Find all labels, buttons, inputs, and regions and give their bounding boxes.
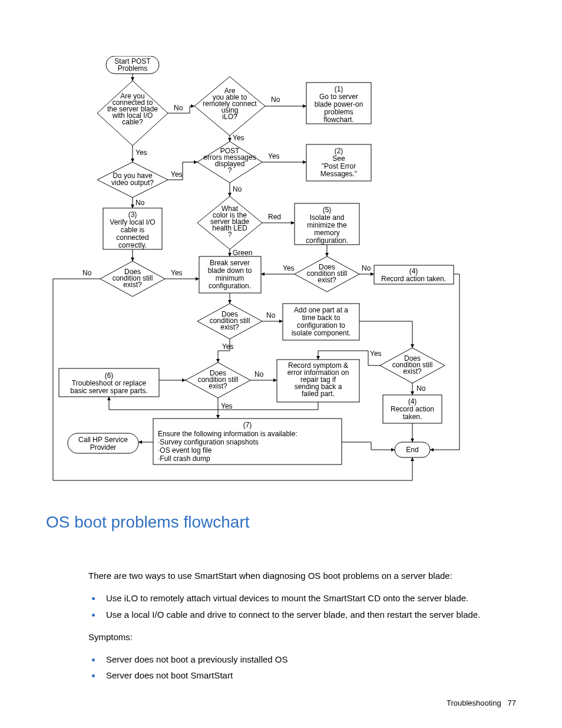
svg-text:Troubleshoot or replace: Troubleshoot or replace xyxy=(72,379,147,387)
svg-text:Yes: Yes xyxy=(268,152,280,160)
svg-text:No: No xyxy=(271,95,280,104)
node-p7: (7) Ensure the following information is … xyxy=(153,419,342,465)
node-p3: (3) Verify local I/O cable is connected … xyxy=(103,208,162,249)
symptom-item: Server does not boot a previously instal… xyxy=(101,653,513,666)
node-p5: (5) Isolate and minimize the memory conf… xyxy=(295,203,359,245)
svg-text:No: No xyxy=(416,384,426,393)
svg-text:Record action: Record action xyxy=(391,405,434,413)
svg-text:"Post Error: "Post Error xyxy=(322,162,356,170)
node-d10: Does condition still exist? xyxy=(380,348,445,383)
svg-text:connected: connected xyxy=(116,233,148,242)
symptom-item: Server does not boot SmartStart xyxy=(101,668,513,682)
svg-text:No: No xyxy=(233,185,242,193)
svg-text:time back to: time back to xyxy=(302,314,340,322)
svg-text:Isolate and: Isolate and xyxy=(310,213,345,222)
svg-text:(6): (6) xyxy=(105,371,114,380)
svg-text:?: ? xyxy=(228,166,232,174)
svg-text:(4): (4) xyxy=(409,267,418,275)
svg-text:Break server: Break server xyxy=(210,259,250,267)
node-d3: Do you have video output? xyxy=(97,162,168,197)
svg-text:cable?: cable? xyxy=(122,118,143,126)
svg-text:Ensure the following informati: Ensure the following information is avai… xyxy=(158,430,297,438)
svg-text:(5): (5) xyxy=(323,206,332,214)
svg-text:No: No xyxy=(174,104,183,112)
svg-text:?: ? xyxy=(228,230,232,239)
svg-text:End: End xyxy=(406,446,418,454)
footer-page: 77 xyxy=(508,699,516,707)
svg-text:isolate component.: isolate component. xyxy=(292,329,351,337)
node-d4: POST errors messages displayed ? xyxy=(197,141,262,183)
svg-text:See: See xyxy=(332,154,345,163)
svg-text:(2): (2) xyxy=(335,147,343,155)
svg-text:correctly.: correctly. xyxy=(118,241,147,249)
svg-text:No: No xyxy=(82,269,92,277)
svg-text:Yes: Yes xyxy=(370,350,382,358)
svg-text:Go to server: Go to server xyxy=(319,93,358,101)
node-d7: Does condition still exist? xyxy=(295,256,359,292)
svg-text:·OS event log file: ·OS event log file xyxy=(158,446,212,454)
svg-text:exist?: exist? xyxy=(318,276,336,284)
svg-text:Provider: Provider xyxy=(90,443,117,452)
node-add: Add one part at a time back to configura… xyxy=(283,304,359,340)
svg-text:failed part.: failed part. xyxy=(302,390,335,398)
node-break: Break server blade down to minimum confi… xyxy=(199,256,261,293)
svg-text:exist?: exist? xyxy=(403,367,422,375)
svg-text:problems: problems xyxy=(324,108,353,116)
svg-text:flowchart.: flowchart. xyxy=(323,116,353,124)
svg-text:No: No xyxy=(266,311,276,319)
node-p4a: (4) Record action taken. xyxy=(374,265,454,284)
svg-text:Record action taken.: Record action taken. xyxy=(381,275,446,283)
svg-text:basic server spare parts.: basic server spare parts. xyxy=(70,387,147,395)
svg-text:iLO?: iLO? xyxy=(222,113,237,121)
node-d1: Are you connected to the server blade wi… xyxy=(97,81,168,146)
svg-text:exist?: exist? xyxy=(220,323,239,331)
svg-text:exist?: exist? xyxy=(123,281,142,289)
svg-text:configuration.: configuration. xyxy=(209,282,251,290)
svg-text:taken.: taken. xyxy=(403,413,422,421)
svg-text:video output?: video output? xyxy=(111,179,154,187)
svg-text:cable is: cable is xyxy=(121,226,145,234)
svg-text:Verify local I/O: Verify local I/O xyxy=(110,218,155,226)
node-call-hp: Call HP Service Provider xyxy=(68,433,138,453)
way-item: Use a local I/O cable and drive to conne… xyxy=(101,608,513,621)
node-d6: Does condition still exist? xyxy=(100,261,165,297)
page-footer: Troubleshooting 77 xyxy=(447,699,516,707)
svg-text:Yes: Yes xyxy=(283,264,295,272)
svg-text:Yes: Yes xyxy=(233,134,244,142)
svg-text:Green: Green xyxy=(233,249,252,257)
svg-text:No: No xyxy=(135,199,145,207)
post-problems-flowchart: Start POST Problems Are you connected to… xyxy=(47,56,465,498)
svg-text:Messages.": Messages." xyxy=(320,170,357,178)
footer-section: Troubleshooting xyxy=(447,699,501,707)
svg-text:exist?: exist? xyxy=(209,382,227,390)
node-record-symptom: Record symptom & error information on re… xyxy=(277,360,359,402)
node-end: End xyxy=(395,442,430,457)
svg-text:No: No xyxy=(362,264,371,272)
node-p6: (6) Troubleshoot or replace basic server… xyxy=(59,368,159,397)
intro-text: There are two ways to use SmartStart whe… xyxy=(88,569,513,582)
svg-text:memory: memory xyxy=(314,229,339,237)
svg-text:·Full crash dump: ·Full crash dump xyxy=(158,454,210,463)
svg-text:Yes: Yes xyxy=(221,402,233,410)
svg-text:Add one part at a: Add one part at a xyxy=(294,306,348,314)
node-d9: Does condition still exist? xyxy=(186,363,250,398)
svg-text:configuration to: configuration to xyxy=(297,321,345,330)
node-p2: (2) See "Post Error Messages." xyxy=(306,144,371,181)
symptoms-label: Symptoms: xyxy=(88,630,513,644)
svg-text:blade power-on: blade power-on xyxy=(315,100,363,108)
svg-text:·Survey configuration snapshot: ·Survey configuration snapshots xyxy=(158,438,259,446)
svg-text:Yes: Yes xyxy=(135,149,147,157)
node-p4b: (4) Record action taken. xyxy=(383,395,442,423)
node-start: Start POST Problems xyxy=(106,56,159,74)
svg-text:Yes: Yes xyxy=(171,269,183,277)
svg-text:configuration.: configuration. xyxy=(306,236,348,245)
svg-text:Yes: Yes xyxy=(171,170,183,179)
svg-text:Yes: Yes xyxy=(222,342,234,351)
svg-text:Problems: Problems xyxy=(118,64,148,73)
section-title: OS boot problems flowchart xyxy=(46,513,250,532)
svg-text:No: No xyxy=(254,370,264,378)
svg-text:minimum: minimum xyxy=(216,274,244,282)
svg-text:(1): (1) xyxy=(335,85,343,93)
node-d8: Does condition still exist? xyxy=(197,304,262,339)
svg-text:blade down to: blade down to xyxy=(208,266,252,275)
